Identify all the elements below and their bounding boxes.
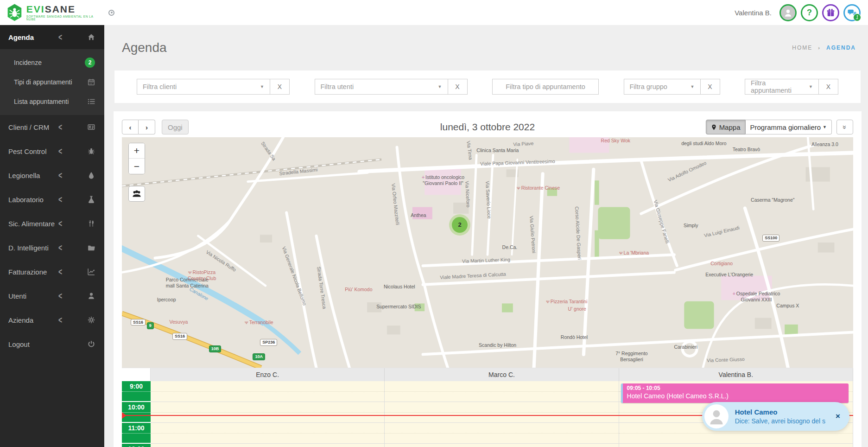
page-header: Agenda HOME › AGENDA bbox=[104, 25, 868, 70]
toast-close-button[interactable]: × bbox=[836, 412, 840, 421]
toast-title: Hotel Cameo bbox=[735, 408, 825, 416]
sidebar-subitem-lista-appuntamenti[interactable]: Lista appuntamenti bbox=[0, 92, 104, 111]
schedule-cell[interactable] bbox=[151, 381, 385, 402]
sidebar: Agenda<Incidenze2Tipi di appuntamentiLis… bbox=[0, 25, 104, 447]
person-icon bbox=[707, 407, 726, 426]
sidebar-item-legionella[interactable]: Legionella< bbox=[0, 163, 104, 187]
gift-button[interactable] bbox=[822, 4, 839, 21]
schedule-cell[interactable] bbox=[151, 402, 385, 423]
filter-select-filtra-gruppo[interactable]: Filtra gruppo▼ bbox=[624, 79, 701, 95]
today-button[interactable]: Oggi bbox=[162, 120, 189, 134]
filter-select-filtra-utenti[interactable]: Filtra utenti▼ bbox=[315, 79, 448, 95]
road-shield: 10B bbox=[209, 345, 222, 352]
restaurant-icon: Ψ bbox=[517, 186, 520, 191]
zoom-in-button[interactable]: + bbox=[129, 143, 145, 159]
gift-icon bbox=[826, 8, 835, 17]
schedule-cell[interactable] bbox=[151, 423, 385, 444]
chevron-left-icon: < bbox=[58, 218, 62, 229]
road-shield: SS100 bbox=[762, 235, 779, 242]
breadcrumb-home[interactable]: HOME bbox=[792, 45, 812, 51]
schedule-cell[interactable] bbox=[385, 444, 619, 447]
brand-name: EVISANE bbox=[26, 4, 97, 14]
event-title: Hotel Cameo (Hotel Cameo S.R.L.) bbox=[627, 392, 844, 400]
topbar: EVISANE SOFTWARE SANIDAD AMBIENTAL EN LA… bbox=[0, 0, 868, 25]
appointment-event[interactable]: 09:05 - 10:05 Hotel Cameo (Hotel Cameo S… bbox=[621, 383, 849, 403]
target-icon[interactable] bbox=[108, 10, 114, 16]
double-chevron-down-icon: » bbox=[841, 125, 849, 129]
sidebar-item-azienda[interactable]: Azienda< bbox=[0, 308, 104, 332]
time-cell: 11:00 bbox=[122, 423, 151, 444]
filter-clear-button[interactable]: X bbox=[819, 79, 838, 95]
sidebar-section-laboratorio: Laboratorio< bbox=[0, 187, 104, 211]
column-header-marco-c: Marco C. bbox=[385, 368, 619, 381]
filter-clear-button[interactable]: X bbox=[270, 79, 290, 95]
filter-input-filtra-tipo-di-appuntamento[interactable]: Filtra tipo di appuntamento bbox=[492, 79, 599, 95]
map-view-button[interactable]: Mappa bbox=[706, 120, 746, 134]
sidebar-item-logout[interactable]: Logout bbox=[0, 332, 104, 356]
user-name: Valentina B. bbox=[735, 9, 772, 17]
brand-name-evi: EVI bbox=[26, 4, 45, 14]
chat-button[interactable]: 1 bbox=[843, 4, 861, 21]
sidebar-section-utenti: Utenti< bbox=[0, 284, 104, 308]
topbar-actions: Valentina B. ? 1 bbox=[735, 4, 868, 21]
sidebar-item-d-intelligenti[interactable]: D. Intelligenti< bbox=[0, 236, 104, 260]
filter-group-filtra-tipo-di-appuntamento: Filtra tipo di appuntamento bbox=[492, 79, 599, 95]
column-header-valentina-b: Valentina B. bbox=[619, 368, 853, 381]
map-label: Viale Madre Teresa di Calcutta bbox=[440, 271, 506, 281]
filter-clear-button[interactable]: X bbox=[701, 79, 720, 95]
chevron-left-icon: < bbox=[58, 146, 62, 156]
sidebar-subitem-incidenze[interactable]: Incidenze2 bbox=[0, 53, 104, 72]
map-labels: Strada SaStradella MassimiVia Orfeo Mazz… bbox=[122, 137, 853, 368]
sidebar-section-fatturazione: Fatturazione< bbox=[0, 260, 104, 284]
help-button[interactable]: ? bbox=[801, 4, 818, 21]
brand-logo[interactable]: EVISANE SOFTWARE SANIDAD AMBIENTAL EN LA… bbox=[0, 3, 97, 22]
filter-select-filtra-appuntamenti[interactable]: Filtra appuntamenti▼ bbox=[745, 79, 819, 95]
users-icon bbox=[132, 189, 141, 198]
zoom-out-button[interactable]: − bbox=[129, 159, 145, 174]
collapse-button[interactable]: » bbox=[836, 120, 853, 134]
schedule-body: 9:0010:0011:0012:00 09:05 - 10:05 Hotel … bbox=[122, 381, 853, 447]
map-cluster-marker[interactable]: 2 bbox=[449, 214, 470, 236]
schedule-cell[interactable] bbox=[385, 402, 619, 423]
schedule-cell[interactable] bbox=[619, 444, 853, 447]
schedule-cell[interactable] bbox=[385, 381, 619, 402]
caret-down-icon: ▼ bbox=[805, 84, 813, 89]
time-cell: 9:00 bbox=[122, 381, 151, 402]
cluster-toggle-button[interactable] bbox=[128, 186, 145, 202]
calendar-icon bbox=[88, 78, 95, 86]
chat-notification-toast[interactable]: Hotel Cameo Dice: Salve, avrei bisogno d… bbox=[702, 402, 849, 431]
sidebar-subitem-tipi-di-appuntamenti[interactable]: Tipi di appuntamenti bbox=[0, 72, 104, 92]
calendar-toolbar: ‹ › Oggi lunedì, 3 ottobre 2022 Mappa Pr… bbox=[122, 117, 853, 137]
prev-day-button[interactable]: ‹ bbox=[122, 120, 139, 134]
sidebar-item-sic-alimentare[interactable]: Sic. Alimentare< bbox=[0, 211, 104, 236]
sidebar-item-agenda[interactable]: Agenda< bbox=[0, 25, 104, 49]
sidebar-item-utenti[interactable]: Utenti< bbox=[0, 284, 104, 308]
sidebar-item-fatturazione[interactable]: Fatturazione< bbox=[0, 260, 104, 284]
map-label: Corso Alcide De Gasperi bbox=[574, 206, 583, 260]
next-day-button[interactable]: › bbox=[139, 120, 155, 134]
filter-clear-button[interactable]: X bbox=[448, 79, 468, 95]
chevron-right-icon: › bbox=[818, 45, 821, 51]
map-label: Simply bbox=[684, 223, 698, 229]
schedule-cell[interactable] bbox=[385, 423, 619, 444]
user-avatar[interactable] bbox=[779, 4, 797, 21]
map-label: +Istituto oncologico "Giovanni Paolo II" bbox=[422, 174, 464, 186]
map-canvas[interactable]: Strada SaStradella MassimiVia Orfeo Mazz… bbox=[122, 137, 853, 368]
column-header-enzo-c: Enzo C. bbox=[151, 368, 385, 381]
sidebar-item-clienti-crm[interactable]: Clienti / CRM< bbox=[0, 115, 104, 139]
map-label: Via Tirna bbox=[465, 140, 474, 160]
filter-select-filtra-clienti[interactable]: Filtra clienti▼ bbox=[137, 79, 270, 95]
toast-message: Dice: Salve, avrei bisogno del s bbox=[735, 417, 825, 425]
sidebar-item-laboratorio[interactable]: Laboratorio< bbox=[0, 187, 104, 211]
utensils-icon bbox=[88, 220, 95, 227]
map-label: Via Martin Luther King bbox=[462, 256, 510, 264]
schedule-hour-row: 12:00 bbox=[122, 444, 853, 447]
sidebar-item-pest-control[interactable]: Pest Control< bbox=[0, 139, 104, 163]
map-label: Alleanza 3.0 bbox=[811, 141, 838, 147]
cluster-count: 2 bbox=[452, 217, 468, 233]
schedule-cell[interactable] bbox=[151, 444, 385, 447]
sidebar-section-sic-alimentare: Sic. Alimentare< bbox=[0, 211, 104, 236]
daily-program-button[interactable]: Programma giornaliero ▼ bbox=[746, 120, 832, 134]
map-label: Campus X bbox=[776, 303, 799, 309]
restaurant-icon: Ψ bbox=[245, 320, 248, 325]
